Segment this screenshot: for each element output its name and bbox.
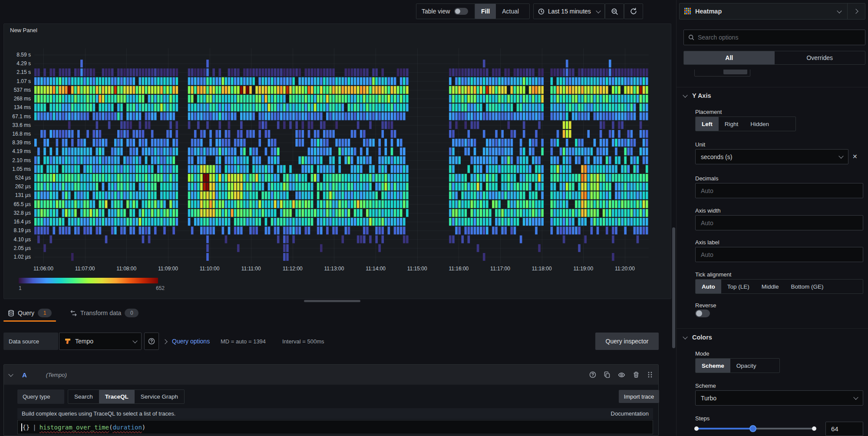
y-axis-tick: 4.10 µs — [13, 236, 31, 243]
option-traceql[interactable]: TraceQL — [99, 390, 135, 403]
traceql-code-editor[interactable]: {}|histogram_over_time(duration) — [17, 420, 653, 434]
option-left[interactable]: Left — [696, 117, 719, 131]
option-right[interactable]: Right — [719, 117, 745, 131]
option-hidden[interactable]: Hidden — [744, 117, 775, 131]
options-search-placeholder: Search options — [698, 34, 738, 41]
section-y-axis[interactable]: Y Axis — [683, 92, 711, 99]
question-circle-icon — [148, 338, 155, 345]
section-y-axis-title: Y Axis — [692, 92, 711, 99]
delete-query-button[interactable] — [633, 371, 640, 378]
legend-min-label: 1 — [19, 285, 22, 291]
y-axis-tick: 2.15 s — [17, 69, 31, 76]
clear-unit-button[interactable]: ✕ — [852, 153, 858, 160]
datasource-help-button[interactable] — [144, 333, 159, 350]
code-paren-open: ( — [109, 424, 112, 431]
tab-transform-data[interactable]: Transform data 0 — [66, 304, 143, 322]
chevron-down-icon — [837, 8, 842, 13]
option-opacity[interactable]: Opacity — [730, 359, 762, 373]
collapse-options-button[interactable] — [848, 10, 865, 13]
y-axis-tick: 2.05 µs — [13, 245, 31, 252]
divider — [677, 328, 868, 329]
eye-icon — [618, 371, 625, 379]
option-overrides[interactable]: Overrides — [775, 51, 865, 64]
query-ref-id: A — [22, 371, 27, 379]
y-axis-tick: 1.07 s — [17, 78, 31, 85]
steps-value-input[interactable]: 64 — [825, 422, 863, 436]
axis-width-input[interactable]: Auto — [695, 215, 863, 230]
y-axis-tick: 8.59 s — [17, 51, 31, 58]
clock-icon — [538, 8, 545, 15]
y-axis-tick: 524 µs — [15, 174, 31, 181]
table-view-toggle[interactable] — [454, 8, 468, 15]
unit-select[interactable]: seconds (s) — [695, 149, 848, 164]
reverse-toggle[interactable] — [695, 310, 710, 317]
x-axis-tick: 11:20:00 — [606, 266, 644, 272]
y-axis-tick: 4.19 ms — [12, 148, 31, 155]
datasource-value: Tempo — [75, 338, 93, 345]
refresh-icon — [630, 8, 637, 15]
chevron-down-icon — [683, 93, 687, 97]
x-axis-tick: 11:16:00 — [440, 266, 477, 272]
option-top-le[interactable]: Top (LE) — [721, 280, 756, 293]
option-scheme[interactable]: Scheme — [696, 359, 730, 373]
option-fill[interactable]: Fill — [475, 4, 496, 19]
option-actual[interactable]: Actual — [496, 4, 525, 19]
visualization-picker[interactable]: Heatmap — [679, 3, 865, 20]
decimals-input[interactable]: Auto — [695, 183, 863, 198]
steps-slider-thumb[interactable] — [749, 425, 756, 432]
option-auto[interactable]: Auto — [696, 280, 721, 293]
toggle-visibility-button[interactable] — [618, 371, 625, 379]
placement-options: LeftRightHidden — [695, 116, 796, 131]
documentation-link[interactable]: Documentation — [611, 410, 649, 417]
query-help-button[interactable] — [589, 371, 596, 378]
chevron-down-icon — [132, 338, 137, 343]
option-service-graph[interactable]: Service Graph — [135, 390, 184, 403]
y-axis-tick: 32.8 µs — [13, 210, 31, 216]
panel-resize-handle[interactable] — [304, 300, 360, 302]
option-bottom-ge[interactable]: Bottom (GE) — [785, 280, 830, 293]
slider-min-dot — [694, 426, 699, 431]
section-colors[interactable]: Colors — [683, 334, 712, 341]
tab-query[interactable]: Query 1 — [3, 304, 56, 322]
zoom-out-button[interactable] — [605, 3, 624, 19]
unit-label: Unit — [695, 141, 705, 148]
vertical-scrollbar[interactable] — [672, 227, 675, 348]
time-range-picker[interactable]: Last 15 minutes — [533, 3, 605, 19]
datasource-select[interactable]: Tempo — [59, 333, 142, 350]
grafana-panel-editor: Table view FillActual Last 15 minutes Ne… — [0, 0, 868, 436]
x-axis-tick: 11:07:00 — [66, 266, 104, 272]
y-axis-tick: 1.02 µs — [13, 253, 31, 260]
option-all[interactable]: All — [684, 51, 775, 64]
duplicate-query-button[interactable] — [604, 371, 611, 378]
axis-label-input[interactable]: Auto — [695, 247, 863, 262]
option-search[interactable]: Search — [68, 390, 99, 403]
x-axis-tick: 11:12:00 — [274, 266, 311, 272]
chevron-down-icon — [683, 334, 687, 339]
scheme-value: Turbo — [701, 395, 716, 402]
options-search[interactable]: Search options — [683, 30, 865, 45]
axis-width-placeholder: Auto — [701, 220, 713, 226]
query-inspector-button[interactable]: Query inspector — [595, 333, 659, 350]
import-trace-button[interactable]: Import trace — [619, 390, 659, 403]
collapse-chevron-icon[interactable] — [8, 372, 13, 376]
scheme-select[interactable]: Turbo — [695, 390, 863, 406]
decimals-placeholder: Auto — [701, 187, 713, 194]
table-view-control[interactable]: Table view — [416, 3, 478, 19]
tick-alignment-label: Tick alignment — [695, 271, 731, 278]
query-row-header[interactable]: A (Tempo) — [4, 365, 658, 385]
query-options-toggle[interactable]: Query options — [172, 338, 210, 345]
steps-slider[interactable] — [696, 428, 815, 429]
unit-value: seconds (s) — [701, 153, 732, 160]
placement-label: Placement — [695, 109, 722, 115]
y-axis-tick: 33.6 ms — [12, 122, 31, 129]
drag-handle[interactable] — [647, 371, 653, 378]
y-axis-tick: 16.4 µs — [13, 218, 31, 225]
x-axis-tick: 11:17:00 — [482, 266, 519, 272]
option-middle[interactable]: Middle — [756, 280, 785, 293]
reverse-label: Reverse — [695, 302, 716, 309]
heatmap-canvas[interactable] — [34, 48, 649, 266]
query-type-label: Query type — [17, 389, 64, 404]
y-axis-tick: 2.10 ms — [12, 157, 31, 164]
refresh-button[interactable] — [624, 3, 643, 19]
y-axis-tick: 16.8 ms — [12, 130, 31, 137]
